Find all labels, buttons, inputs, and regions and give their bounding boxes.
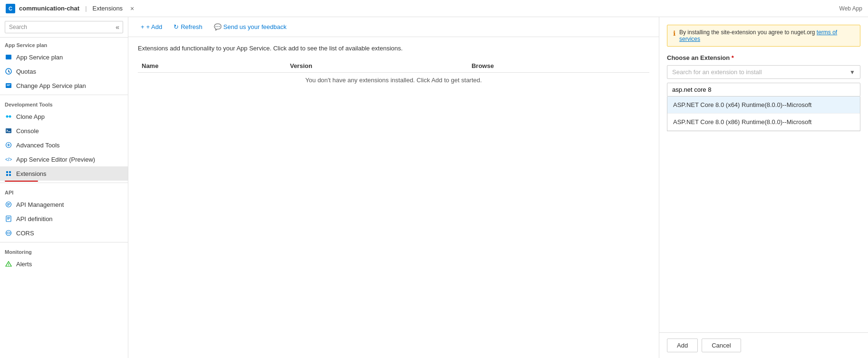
sidebar-divider-1 (0, 95, 128, 95)
section-header-app-service-plan: App Service plan (0, 38, 128, 50)
close-button[interactable]: × (130, 5, 134, 12)
sidebar-search-box: « (0, 17, 128, 38)
sidebar-item-label: CORS (16, 230, 34, 237)
sidebar-item-label: App Service Editor (Preview) (16, 156, 95, 163)
cors-icon (5, 229, 12, 237)
alerts-icon (5, 260, 12, 268)
sidebar: « App Service plan App Service plan Quot… (0, 17, 128, 358)
app-type-label: Web App (839, 5, 862, 12)
extension-option-x64[interactable]: ASP.NET Core 8.0 (x64) Runtime(8.0.0)--M… (667, 97, 860, 114)
api-management-icon (5, 201, 12, 208)
chevron-down-icon: ▼ (849, 69, 855, 76)
svg-rect-0 (6, 55, 11, 59)
section-header-api: API (0, 185, 128, 197)
app-icon: C (6, 4, 15, 13)
sidebar-item-label: Clone App (16, 113, 45, 120)
sidebar-item-app-service-plan[interactable]: App Service plan (0, 50, 128, 64)
title-separator: | (85, 5, 87, 12)
title-bar-subtitle: Extensions (93, 5, 123, 12)
quotas-icon (5, 68, 12, 75)
sidebar-item-cors[interactable]: CORS (0, 226, 128, 240)
svg-point-29 (8, 265, 9, 266)
sidebar-item-advanced-tools[interactable]: Advanced Tools (0, 138, 128, 152)
clone-app-icon (5, 113, 12, 120)
panel-cancel-button[interactable]: Cancel (702, 339, 741, 352)
sidebar-divider-2 (0, 183, 128, 183)
svg-text:</>: </> (5, 157, 12, 162)
info-icon: ℹ (673, 29, 675, 37)
svg-rect-8 (6, 128, 11, 133)
sidebar-item-clone-app[interactable]: Clone App (0, 109, 128, 124)
sidebar-item-console[interactable]: Console (0, 124, 128, 138)
add-icon: + (141, 23, 145, 30)
page-description: Extensions add functionality to your App… (138, 45, 649, 52)
section-header-monitoring: Monitoring (0, 244, 128, 257)
sidebar-item-quotas[interactable]: Quotas (0, 64, 128, 78)
toolbar: + + Add ↻ Refresh 💬 Send us your feedbac… (128, 17, 659, 37)
col-version: Version (286, 59, 468, 73)
extensions-icon (5, 170, 12, 177)
sidebar-item-label: Change App Service plan (16, 82, 86, 89)
refresh-button[interactable]: ↻ Refresh (169, 21, 207, 33)
search-input[interactable] (5, 21, 123, 33)
sidebar-item-api-management[interactable]: API Management (0, 197, 128, 212)
panel-add-button[interactable]: Add (667, 339, 698, 352)
sidebar-item-change-app-service-plan[interactable]: Change App Service plan (0, 78, 128, 93)
sidebar-item-label: Extensions (16, 170, 47, 177)
sidebar-item-label: Advanced Tools (16, 142, 60, 149)
choose-extension-label: Choose an Extension * (667, 54, 860, 61)
sidebar-collapse-button[interactable]: « (114, 23, 121, 31)
sidebar-item-label: Quotas (16, 68, 36, 75)
app-service-plan-icon (5, 53, 12, 61)
col-browse: Browse (468, 59, 649, 73)
extension-option-x86[interactable]: ASP.NET Core 8.0 (x86) Runtime(8.0.0)--M… (667, 114, 860, 131)
page-content: Extensions add functionality to your App… (128, 37, 659, 358)
right-panel-footer: Add Cancel (659, 332, 868, 358)
title-bar: C communication-chat | Extensions × Web … (0, 0, 868, 17)
sidebar-item-label: API definition (16, 215, 53, 223)
title-bar-title: communication-chat (19, 5, 79, 12)
add-label: + Add (146, 23, 163, 30)
app-icon-letter: C (9, 6, 12, 11)
advanced-tools-icon (5, 141, 12, 149)
right-panel-body: ℹ By installing the site-extension you a… (659, 17, 868, 332)
right-panel: ℹ By installing the site-extension you a… (659, 17, 868, 358)
table-empty-message: You don't have any extensions installed.… (138, 73, 649, 88)
section-header-dev-tools: Development Tools (0, 97, 128, 109)
sidebar-item-label: Console (16, 127, 39, 135)
svg-rect-22 (6, 216, 11, 222)
feedback-button[interactable]: 💬 Send us your feedback (209, 21, 291, 33)
sidebar-scroll: App Service plan App Service plan Quotas… (0, 38, 128, 358)
sidebar-item-extensions[interactable]: Extensions (0, 166, 128, 181)
extensions-table: Name Version Browse You don't have any e… (138, 59, 649, 87)
sidebar-item-label: Alerts (16, 261, 32, 268)
svg-rect-16 (6, 174, 8, 176)
info-banner-text: By installing the site-extension you agr… (679, 29, 854, 42)
col-name: Name (138, 59, 286, 73)
extension-dropdown[interactable]: Search for an extension to install ▼ (667, 65, 860, 79)
api-definition-icon (5, 215, 12, 223)
svg-rect-14 (6, 171, 8, 173)
sidebar-item-app-service-editor[interactable]: </> App Service Editor (Preview) (0, 152, 128, 166)
sidebar-item-label: API Management (16, 201, 64, 208)
add-button[interactable]: + + Add (136, 21, 167, 33)
required-star: * (732, 54, 734, 61)
refresh-label: Refresh (181, 23, 203, 30)
svg-rect-17 (9, 174, 11, 176)
sidebar-item-api-definition[interactable]: API definition (0, 212, 128, 226)
sidebar-divider-3 (0, 242, 128, 242)
extension-options-list: ASP.NET Core 8.0 (x64) Runtime(8.0.0)--M… (667, 97, 860, 131)
sidebar-item-label: App Service plan (16, 54, 63, 61)
console-icon (5, 127, 12, 135)
main-content: + + Add ↻ Refresh 💬 Send us your feedbac… (128, 17, 659, 358)
svg-point-5 (6, 116, 9, 118)
sidebar-item-alerts[interactable]: Alerts (0, 257, 128, 271)
info-banner: ℹ By installing the site-extension you a… (667, 25, 860, 47)
dropdown-placeholder: Search for an extension to install (672, 68, 762, 76)
refresh-icon: ↻ (174, 23, 179, 30)
feedback-label: Send us your feedback (223, 23, 287, 30)
editor-icon: </> (5, 155, 12, 163)
feedback-icon: 💬 (214, 23, 222, 30)
extension-search-input[interactable] (667, 83, 860, 97)
change-plan-icon (5, 82, 12, 89)
